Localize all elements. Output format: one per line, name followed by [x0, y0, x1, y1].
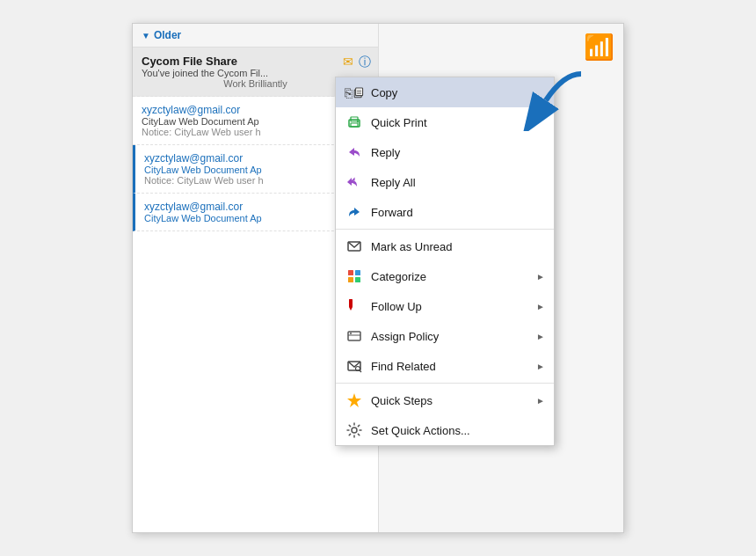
- svg-point-22: [352, 428, 357, 433]
- mark-unread-icon: [345, 237, 364, 256]
- context-menu-label: Quick Steps: [371, 394, 536, 407]
- svg-rect-16: [348, 332, 360, 340]
- context-menu-item-set-quick-actions[interactable]: Set Quick Actions...: [336, 415, 554, 445]
- submenu-arrow-icon: ►: [536, 396, 545, 406]
- copy-icon: [345, 83, 364, 102]
- gear-icon: [345, 421, 364, 440]
- context-menu-item-mark-unread[interactable]: Mark as Unread: [336, 231, 554, 261]
- info-icon: ⓘ: [359, 55, 371, 70]
- find-related-icon: [345, 356, 364, 376]
- context-menu-label: Reply All: [371, 176, 545, 189]
- email-sender: Cycom File Share: [142, 55, 369, 68]
- context-menu-label: Set Quick Actions...: [371, 424, 545, 437]
- context-menu-label: Follow Up: [371, 300, 536, 313]
- submenu-arrow-icon: ►: [536, 302, 545, 311]
- context-menu-label: Forward: [371, 206, 545, 219]
- follow-up-icon: [345, 296, 364, 316]
- older-label: Older: [154, 29, 181, 41]
- svg-rect-14: [349, 299, 353, 307]
- assign-policy-icon: [345, 326, 364, 346]
- forward-icon: [345, 202, 364, 222]
- reply-all-icon: [345, 172, 364, 192]
- context-menu-label: Find Related: [371, 360, 536, 373]
- svg-point-17: [350, 333, 352, 334]
- screenshot-container: ▼ Older ✉ ⓘ Cycom File Share You've join…: [132, 23, 624, 533]
- older-header: ▼ Older: [133, 24, 378, 48]
- svg-rect-11: [355, 270, 360, 275]
- context-menu-item-reply-all[interactable]: Reply All: [336, 167, 554, 197]
- svg-marker-21: [347, 393, 361, 407]
- collapse-arrow-icon: ▼: [142, 31, 150, 40]
- svg-rect-10: [348, 270, 353, 275]
- categorize-icon: [345, 267, 364, 286]
- context-menu-item-quick-steps[interactable]: Quick Steps ►: [336, 385, 554, 415]
- context-menu-label: Categorize: [371, 270, 536, 283]
- reply-icon: [345, 143, 364, 162]
- quick-print-icon: [345, 113, 364, 132]
- submenu-arrow-icon: ►: [536, 332, 545, 341]
- svg-marker-15: [349, 307, 353, 311]
- context-menu-item-categorize[interactable]: Categorize ►: [336, 261, 554, 291]
- submenu-arrow-icon: ►: [536, 272, 545, 282]
- context-menu-item-assign-policy[interactable]: Assign Policy ►: [336, 321, 554, 351]
- svg-line-20: [360, 370, 361, 372]
- context-menu-item-follow-up[interactable]: Follow Up ►: [336, 291, 554, 321]
- context-menu-label: Mark as Unread: [371, 240, 545, 253]
- wifi-icon: 📶: [584, 33, 614, 62]
- context-menu-item-reply[interactable]: Reply: [336, 137, 554, 167]
- svg-point-8: [357, 121, 359, 123]
- blue-arrow-indicator: [520, 70, 590, 135]
- context-menu-divider: [336, 229, 554, 230]
- context-menu-divider: [336, 383, 554, 384]
- context-menu-item-find-related[interactable]: Find Related ►: [336, 351, 554, 381]
- svg-rect-13: [355, 277, 360, 282]
- context-menu-label: Assign Policy: [371, 330, 536, 343]
- mail-icon: ✉: [343, 55, 353, 69]
- context-menu-label: Reply: [371, 146, 545, 159]
- quick-steps-icon: [345, 391, 364, 410]
- svg-rect-12: [348, 277, 353, 282]
- submenu-arrow-icon: ►: [536, 362, 545, 371]
- context-menu-item-forward[interactable]: Forward: [336, 197, 554, 227]
